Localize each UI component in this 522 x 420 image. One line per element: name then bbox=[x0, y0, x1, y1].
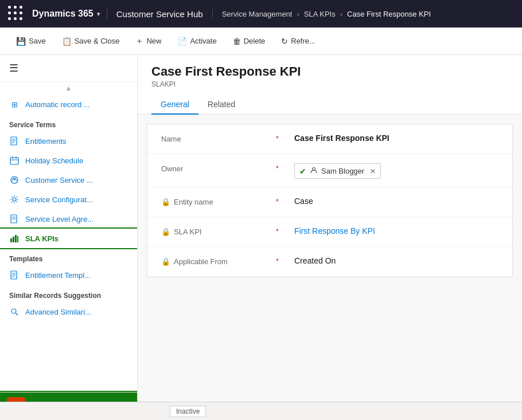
required-indicator-name: * bbox=[276, 132, 285, 143]
entitlements-icon bbox=[9, 136, 20, 146]
breadcrumb-sep-2: › bbox=[340, 10, 342, 18]
required-indicator-applicable: * bbox=[276, 255, 285, 265]
activate-button[interactable]: 📄 Activate bbox=[170, 33, 223, 49]
brand-chevron-icon: ▾ bbox=[97, 11, 100, 17]
sidebar: ☰ ▲ ⊞ Automatic record ... Service Terms… bbox=[0, 55, 138, 420]
new-icon: ＋ bbox=[135, 36, 143, 46]
delete-button[interactable]: 🗑 Delete bbox=[226, 33, 272, 49]
required-indicator-sla: * bbox=[276, 225, 285, 235]
sidebar-item-automatic-record-label: Automatic record ... bbox=[25, 100, 90, 109]
service-level-icon bbox=[9, 214, 20, 224]
hamburger-icon[interactable]: ☰ bbox=[9, 62, 18, 74]
record-subtitle: SLAKPI bbox=[151, 80, 508, 88]
status-badge: Inactive bbox=[170, 406, 206, 417]
owner-remove-button[interactable]: ✕ bbox=[370, 167, 376, 175]
service-level-label: Service Level Agre... bbox=[25, 215, 94, 223]
breadcrumb: Service Management › SLA KPIs › Case Fir… bbox=[213, 10, 440, 18]
main-layout: ☰ ▲ ⊞ Automatic record ... Service Terms… bbox=[0, 55, 522, 420]
field-owner-label: Owner bbox=[161, 162, 276, 173]
breadcrumb-sla-kpis[interactable]: SLA KPIs bbox=[304, 10, 336, 18]
field-sla-kpi-label: 🔒 SLA KPI bbox=[161, 225, 276, 236]
brand-name: Dynamics 365 bbox=[32, 9, 94, 19]
svg-point-22 bbox=[11, 309, 16, 313]
tab-bar: General Related bbox=[151, 95, 508, 114]
svg-rect-17 bbox=[17, 236, 18, 242]
save-close-button[interactable]: 📋 Save & Close bbox=[55, 33, 127, 49]
record-title: Case First Response KPI bbox=[151, 64, 508, 79]
automatic-record-icon: ⊞ bbox=[9, 99, 20, 109]
record-header: Case First Response KPI SLAKPI General R… bbox=[138, 55, 522, 115]
save-button[interactable]: 💾 Save bbox=[9, 33, 53, 49]
entity-lock-icon: 🔒 bbox=[161, 198, 170, 206]
delete-icon: 🗑 bbox=[233, 37, 241, 46]
sidebar-item-holiday-schedule[interactable]: Holiday Schedule bbox=[0, 151, 137, 170]
sidebar-section-similar: Similar Records Suggestion bbox=[0, 285, 137, 302]
holiday-schedule-label: Holiday Schedule bbox=[25, 156, 83, 165]
svg-line-23 bbox=[16, 313, 18, 316]
sidebar-item-customer-service[interactable]: Customer Service ... bbox=[0, 170, 137, 190]
holiday-schedule-icon bbox=[9, 155, 20, 166]
customer-service-label: Customer Service ... bbox=[25, 176, 93, 185]
field-entity-name-label: 🔒 Entity name bbox=[161, 195, 276, 206]
breadcrumb-sep-1: › bbox=[297, 10, 299, 18]
form-section: Name * Case First Response KPI Owner * ✔ bbox=[147, 124, 513, 277]
entitlements-label: Entitlements bbox=[25, 137, 67, 146]
sidebar-item-entitlements[interactable]: Entitlements bbox=[0, 131, 137, 151]
activate-label: Activate bbox=[190, 37, 216, 45]
field-entity-name: 🔒 Entity name * Case bbox=[147, 187, 512, 217]
save-icon: 💾 bbox=[16, 37, 26, 46]
sidebar-section-templates: Templates bbox=[0, 248, 137, 265]
sidebar-item-automatic-record[interactable]: ⊞ Automatic record ... bbox=[0, 95, 137, 114]
save-close-icon: 📋 bbox=[62, 37, 72, 46]
owner-name-label: Sam Blogger bbox=[321, 167, 364, 175]
refresh-label: Refre... bbox=[291, 37, 315, 45]
save-label: Save bbox=[29, 37, 46, 45]
save-close-label: Save & Close bbox=[75, 37, 120, 45]
sidebar-item-entitlement-templ[interactable]: Entitlement Templ... bbox=[0, 265, 137, 285]
entitlement-templ-label: Entitlement Templ... bbox=[25, 271, 91, 280]
tab-related[interactable]: Related bbox=[198, 95, 244, 115]
owner-person-icon bbox=[310, 166, 318, 176]
owner-chip[interactable]: ✔ Sam Blogger ✕ bbox=[294, 163, 381, 179]
refresh-button[interactable]: ↻ Refre... bbox=[274, 33, 322, 49]
svg-point-10 bbox=[13, 198, 16, 201]
sidebar-item-service-level[interactable]: Service Level Agre... bbox=[0, 209, 137, 229]
svg-rect-14 bbox=[10, 238, 12, 242]
field-owner-value: ✔ Sam Blogger ✕ bbox=[285, 162, 498, 179]
top-navigation: Dynamics 365 ▾ Customer Service Hub Serv… bbox=[0, 0, 522, 28]
entitlement-templ-icon bbox=[9, 270, 20, 280]
sla-lock-icon: 🔒 bbox=[161, 227, 170, 236]
required-indicator-owner: * bbox=[276, 162, 285, 172]
service-config-icon bbox=[9, 194, 20, 205]
sla-kpis-label: SLA KPIs bbox=[25, 234, 59, 243]
brand-logo[interactable]: Dynamics 365 ▾ bbox=[30, 9, 107, 19]
field-applicable-from-value: Created On bbox=[285, 255, 498, 265]
advanced-similar-label: Advanced Similari... bbox=[25, 308, 91, 316]
customer-service-icon bbox=[9, 175, 20, 185]
applicable-lock-icon: 🔒 bbox=[161, 257, 170, 266]
field-entity-name-value: Case bbox=[285, 195, 498, 206]
svg-rect-16 bbox=[15, 235, 17, 242]
sidebar-item-service-config[interactable]: Service Configurat... bbox=[0, 190, 137, 209]
sidebar-item-advanced-similar[interactable]: Advanced Similari... bbox=[0, 302, 137, 321]
sidebar-item-sla-kpis[interactable]: SLA KPIs bbox=[0, 229, 137, 248]
svg-rect-15 bbox=[13, 237, 14, 242]
new-label: New bbox=[146, 37, 161, 45]
field-name: Name * Case First Response KPI bbox=[147, 124, 512, 154]
service-config-label: Service Configurat... bbox=[25, 195, 93, 204]
sla-kpis-icon bbox=[9, 233, 20, 244]
refresh-icon: ↻ bbox=[281, 37, 288, 46]
field-applicable-from: 🔒 Applicable From * Created On bbox=[147, 247, 512, 277]
new-button[interactable]: ＋ New bbox=[128, 33, 168, 50]
activate-icon: 📄 bbox=[177, 37, 187, 46]
delete-label: Delete bbox=[244, 37, 266, 45]
tab-general[interactable]: General bbox=[151, 95, 198, 115]
field-owner: Owner * ✔ Sam Blogger ✕ bbox=[147, 154, 512, 187]
bottom-bar: Inactive bbox=[0, 402, 522, 420]
breadcrumb-service-management[interactable]: Service Management bbox=[222, 10, 293, 18]
nav-app-name[interactable]: Customer Service Hub bbox=[107, 9, 213, 19]
app-launcher-button[interactable] bbox=[7, 5, 25, 23]
content-area: Case First Response KPI SLAKPI General R… bbox=[138, 55, 522, 420]
sidebar-header: ☰ bbox=[0, 55, 137, 82]
field-sla-kpi-value: First Response By KPI bbox=[285, 225, 498, 235]
